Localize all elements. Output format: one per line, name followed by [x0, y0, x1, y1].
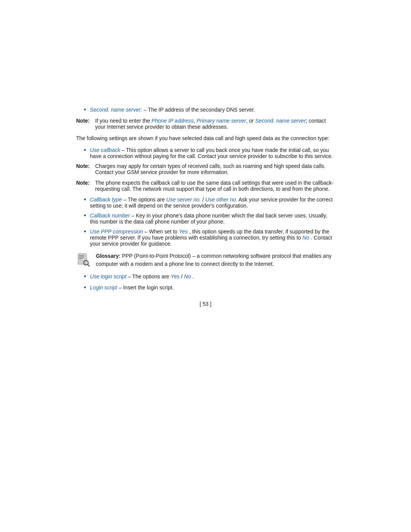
- second-name-server-link: Second. name server:: [90, 107, 142, 113]
- svg-rect-2: [79, 257, 84, 257]
- note-label-3: Note:: [76, 180, 94, 192]
- svg-rect-3: [79, 258, 83, 259]
- use-callback-item: Use callback – This option allows a serv…: [76, 147, 335, 159]
- callback-type-item: Callback type – The options are Use serv…: [76, 197, 335, 209]
- login-script-link: Login script: [90, 284, 117, 291]
- bottom-bullet-list: Callback type – The options are Use serv…: [76, 197, 335, 247]
- use-server-no-link: Use server no.: [166, 197, 201, 203]
- note-block-3: Note: The phone expects the callback cal…: [76, 180, 335, 192]
- note-label-1: Note:: [76, 118, 94, 130]
- note-content-1: If you need to enter the Phone IP addres…: [95, 118, 335, 130]
- callback-bullet-list: Use callback – This option allows a serv…: [76, 147, 335, 159]
- use-login-script-link: Use login script: [90, 273, 126, 280]
- yes-link-login: Yes: [171, 273, 180, 280]
- phone-ip-address-link: Phone IP address: [151, 118, 194, 124]
- callback-number-link: Callback number: [90, 212, 130, 219]
- connection-type-paragraph: The following settings are shown if you …: [76, 134, 335, 142]
- note-content-3: The phone expects the callback call to u…: [95, 180, 335, 192]
- callback-type-link: Callback type: [90, 197, 122, 203]
- list-item-text: Second. name server: – The IP address of…: [90, 107, 255, 113]
- glossary-content: Glossary: PPP (Point-to-Point Protocol) …: [96, 252, 335, 268]
- use-login-script-item: Use login script – The options are Yes /…: [76, 273, 335, 281]
- svg-line-6: [88, 265, 90, 267]
- note-label-2: Note:: [76, 163, 94, 175]
- callback-number-item: Callback number – Key in your phone's da…: [76, 212, 335, 225]
- page-content: Second. name server: – The IP address of…: [0, 0, 411, 532]
- svg-rect-1: [79, 255, 84, 256]
- glossary-label: Glossary:: [96, 253, 121, 259]
- no-link-login: No: [184, 273, 191, 280]
- no-link-ppp: No: [303, 235, 309, 241]
- svg-point-5: [85, 262, 88, 264]
- login-script-item: Login script – Insert the login script.: [76, 284, 335, 292]
- use-other-no-link: Use other no.: [206, 197, 237, 203]
- list-item: Second. name server: – The IP address of…: [76, 107, 335, 114]
- yes-link-ppp: Yes: [179, 228, 188, 235]
- glossary-icon: [76, 252, 91, 267]
- use-callback-link: Use callback: [90, 147, 120, 153]
- note-block-2: Note: Charges may apply for certain type…: [76, 163, 335, 175]
- top-bullet-list: Second. name server: – The IP address of…: [76, 107, 335, 114]
- glossary-block: Glossary: PPP (Point-to-Point Protocol) …: [76, 252, 335, 268]
- glossary-text: PPP (Point-to-Point Protocol) – a common…: [96, 253, 331, 267]
- magnifier-document-icon: [77, 253, 91, 267]
- primary-name-server-link: Primary name server: [196, 118, 246, 124]
- use-ppp-compression-item: Use PPP compression – When set to Yes , …: [76, 228, 335, 247]
- use-ppp-compression-link: Use PPP compression: [90, 228, 143, 235]
- note-content-2: Charges may apply for certain types of r…: [95, 163, 335, 175]
- login-bullet-list: Use login script – The options are Yes /…: [76, 273, 335, 292]
- second-name-server-link2: Second. name server: [255, 118, 306, 124]
- note-block-1: Note: If you need to enter the Phone IP …: [76, 118, 335, 130]
- page-number: [ 53 ]: [76, 301, 335, 307]
